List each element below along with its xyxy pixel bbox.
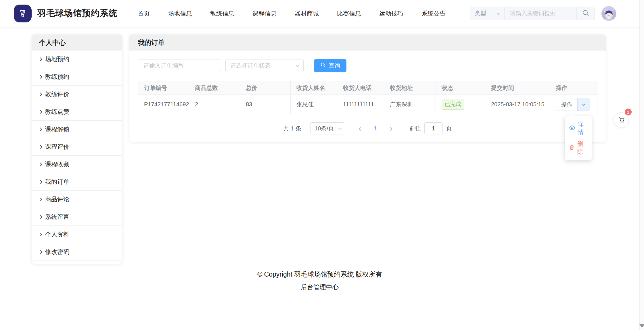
chevron-right-icon <box>39 128 42 131</box>
nav-item[interactable]: 首页 <box>138 9 150 18</box>
chevron-right-icon <box>39 75 42 79</box>
scrollbar-track[interactable] <box>639 0 644 330</box>
cart-icon <box>617 115 625 125</box>
sidebar-item[interactable]: 个人资料 <box>32 226 122 243</box>
sidebar-item-label: 课程收藏 <box>45 160 69 168</box>
col-address: 收货地址 <box>384 81 436 95</box>
chevron-right-icon <box>39 198 42 201</box>
query-button[interactable]: 查询 <box>314 59 346 72</box>
search-type-select[interactable]: 类型 <box>470 7 505 20</box>
chevron-right-icon <box>39 180 42 184</box>
col-submitted-at: 提交时间 <box>485 81 550 95</box>
table-header-row: 订单编号 商品总数 总价 收货人姓名 收货人电话 收货地址 状态 提交时间 操作 <box>138 81 597 95</box>
order-status-select[interactable]: 请选择订单状态 <box>225 59 304 72</box>
sidebar-item-label: 教练预约 <box>45 73 69 81</box>
sidebar-item[interactable]: 修改密码 <box>32 243 122 261</box>
eye-icon <box>569 125 575 132</box>
chevron-down-icon <box>582 102 586 106</box>
col-total-price: 总价 <box>240 81 291 95</box>
col-phone: 收货人电话 <box>337 81 384 95</box>
page-size-select[interactable]: 10条/页 <box>310 122 345 134</box>
user-avatar[interactable] <box>601 6 616 21</box>
chevron-right-icon <box>39 145 42 149</box>
menu-delete-label: 删除 <box>577 140 587 156</box>
chevron-right-icon <box>39 233 42 236</box>
action-caret[interactable] <box>577 98 590 111</box>
trash-icon <box>569 144 575 152</box>
sidebar-item[interactable]: 教练预约 <box>32 68 122 86</box>
search-button[interactable] <box>576 7 594 20</box>
col-status: 状态 <box>436 81 485 95</box>
search-type-value: 类型 <box>475 9 486 17</box>
cart-fab-button[interactable]: 1 <box>614 112 629 128</box>
sidebar-item[interactable]: 场地预约 <box>32 51 122 68</box>
sidebar-item[interactable]: 教练点赞 <box>32 103 122 121</box>
sidebar-item[interactable]: 课程解锁 <box>32 121 122 138</box>
cart-badge: 1 <box>625 109 632 115</box>
cell-submitted-at: 2025-03-17 10:05:15 <box>485 95 550 114</box>
filter-row: 请选择订单状态 查询 <box>138 59 597 72</box>
query-button-label: 查询 <box>329 62 340 70</box>
cell-status: 已完成 <box>436 95 485 114</box>
sidebar-item-label: 课程评价 <box>45 143 69 151</box>
admin-center-link[interactable]: 后台管理中心 <box>301 283 339 292</box>
page-unit-label: 页 <box>446 125 452 132</box>
copyright-text: © Copyright 羽毛球场馆预约系统 版权所有 <box>0 270 639 279</box>
row-action-dropdown-button[interactable]: 操作 <box>556 98 590 111</box>
order-no-input[interactable] <box>138 59 220 72</box>
chevron-right-icon <box>39 250 42 254</box>
menu-item-detail[interactable]: 详情 <box>565 119 592 138</box>
chevron-right-icon <box>39 92 42 96</box>
current-page-number[interactable]: 1 <box>374 125 377 132</box>
brand[interactable]: 羽毛球场馆预约系统 <box>14 5 118 22</box>
panel-body: 请选择订单状态 查询 订单编号 商品总数 <box>129 51 606 142</box>
nav-item[interactable]: 比赛信息 <box>337 9 361 18</box>
nav-item[interactable]: 教练信息 <box>210 9 234 18</box>
row-action-menu: 详情 删除 <box>565 116 592 160</box>
nav-item[interactable]: 场地信息 <box>168 9 192 18</box>
page-size-value: 10条/页 <box>315 125 334 132</box>
sidebar-title: 个人中心 <box>32 34 122 51</box>
col-total-count: 商品总数 <box>189 81 240 95</box>
menu-item-delete[interactable]: 删除 <box>565 138 592 158</box>
page: 羽毛球场馆预约系统 首页场地信息教练信息课程信息器材商城比赛信息运动技巧系统公告… <box>0 0 644 330</box>
orders-table: 订单编号 商品总数 总价 收货人姓名 收货人电话 收货地址 状态 提交时间 操作… <box>138 81 597 114</box>
goto-label: 前往 <box>409 125 421 132</box>
chevron-right-icon <box>39 215 42 219</box>
scroll-down-arrow-icon[interactable] <box>639 324 644 328</box>
menu-detail-label: 详情 <box>578 121 587 136</box>
search-input[interactable] <box>505 7 576 20</box>
sidebar-item-label: 教练评价 <box>45 90 69 98</box>
cell-order-no: P1742177114692 <box>138 95 189 114</box>
chevron-right-icon <box>39 163 42 166</box>
goto-page-input[interactable] <box>424 122 443 134</box>
cell-total-price: 83 <box>240 95 291 114</box>
nav-item[interactable]: 系统公告 <box>421 9 446 18</box>
col-actions: 操作 <box>550 81 597 95</box>
pagination-total: 共 1 条 <box>283 125 301 132</box>
cell-address: 广东深圳 <box>384 95 436 114</box>
nav-item[interactable]: 运动技巧 <box>379 9 403 18</box>
search-icon <box>320 62 326 69</box>
sidebar-item[interactable]: 我的订单 <box>32 173 122 191</box>
navbar-right: 类型 <box>470 6 616 21</box>
col-order-no: 订单编号 <box>138 81 189 95</box>
row-action-label: 操作 <box>556 98 577 111</box>
sidebar-item[interactable]: 商品评论 <box>32 191 122 208</box>
brand-title: 羽毛球场馆预约系统 <box>37 7 118 19</box>
cell-receiver: 张思佳 <box>291 95 337 114</box>
nav-item[interactable]: 课程信息 <box>252 9 277 18</box>
sidebar-item-label: 系统留言 <box>45 213 69 221</box>
sidebar-item-label: 教练点赞 <box>45 108 69 116</box>
nav-item[interactable]: 器材商城 <box>295 9 319 18</box>
shuttlecock-logo-icon <box>14 5 32 22</box>
panel-title: 我的订单 <box>129 34 606 51</box>
cell-phone: 11111111111 <box>337 95 384 114</box>
sidebar-item[interactable]: 课程收藏 <box>32 156 122 173</box>
sidebar-item[interactable]: 课程评价 <box>32 138 122 156</box>
sidebar-item-label: 场地预约 <box>45 55 69 63</box>
search-icon <box>582 9 589 18</box>
sidebar-item[interactable]: 系统留言 <box>32 208 122 226</box>
footer: © Copyright 羽毛球场馆预约系统 版权所有 后台管理中心 <box>0 270 639 292</box>
sidebar-item[interactable]: 教练评价 <box>32 86 122 103</box>
